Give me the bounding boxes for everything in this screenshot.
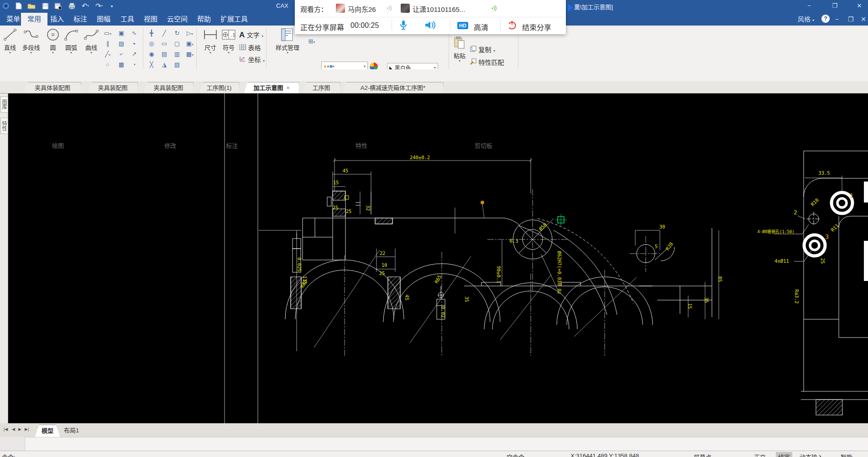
centerline-icon[interactable]: ╱▾ <box>102 49 113 59</box>
region-icon[interactable]: ▣ <box>116 28 127 38</box>
tab-insert[interactable]: 插入 <box>44 13 70 26</box>
paste-modify-icon[interactable]: ▢ <box>172 39 183 48</box>
dim-annotation: R65 <box>434 274 443 284</box>
minimize-button[interactable]: − <box>801 0 817 12</box>
toggle-smart[interactable]: 智能 <box>841 452 852 457</box>
parallel-line-icon[interactable]: ∥ <box>102 39 113 48</box>
sketch-icon[interactable]: ∿ <box>129 28 140 38</box>
cad-canvas[interactable]: 240±0.245152525320.02511522102545R85R653… <box>0 93 868 423</box>
circle-tool-button[interactable]: 圆▾ <box>45 27 61 54</box>
hd-badge[interactable]: HD <box>457 22 468 29</box>
end-share-power-icon[interactable] <box>507 21 517 31</box>
coordinate-tool-button[interactable]: 坐标 ▾ <box>239 55 265 64</box>
nav-prev-icon[interactable]: ◀ <box>12 427 15 431</box>
arrow-icon[interactable]: ↗ <box>129 49 140 59</box>
rectangle-icon[interactable]: ▭▾ <box>102 28 113 38</box>
copy-icon[interactable]: ◎ <box>146 39 157 48</box>
overlay-expand-icon[interactable] <box>568 4 573 12</box>
line-icon <box>0 27 20 42</box>
sidebar-tab-properties[interactable]: 特性 <box>0 118 8 134</box>
tab-cloud[interactable]: 云空间 <box>161 13 194 26</box>
formula-curve-icon[interactable]: ⌐ <box>116 49 127 59</box>
trim-icon[interactable]: ╱ <box>159 28 170 38</box>
polyline-tool-button[interactable]: 多段线▾ <box>18 27 44 54</box>
ellipse-icon[interactable]: ○ <box>102 60 113 69</box>
stretch-icon[interactable]: ▭ <box>159 39 170 48</box>
sidebar-tab-library[interactable]: 图库 <box>0 96 8 113</box>
save-file-icon[interactable] <box>40 1 50 10</box>
array-icon[interactable]: ▤ <box>159 49 170 59</box>
save-as-icon[interactable] <box>53 1 63 10</box>
quick-access-customize-icon[interactable]: ▾ <box>107 1 117 10</box>
text-tool-button[interactable]: A 文字 ▾ <box>239 30 263 40</box>
table-tool-button[interactable]: 表格 <box>239 43 261 52</box>
match-properties-button[interactable]: 特性匹配 <box>470 57 504 67</box>
paste-button[interactable]: 粘贴▾ <box>450 36 469 62</box>
arc-tool-button[interactable]: 圆弧▾ <box>61 27 81 54</box>
gear-icon[interactable]: ▦ <box>116 60 127 69</box>
microphone-icon[interactable] <box>399 20 408 32</box>
doc-tab-2[interactable]: 夹具装配图 <box>88 82 138 93</box>
doc-tab-active[interactable]: 加工示意图× <box>244 82 299 93</box>
end-share-button[interactable]: 结束分享 <box>522 21 551 32</box>
new-file-icon[interactable] <box>14 1 24 10</box>
doc-close-button[interactable]: ✕ <box>861 13 866 26</box>
help-icon[interactable]: ? <box>821 15 830 23</box>
tab-annotate[interactable]: 标注 <box>67 13 94 26</box>
dimension-tool-button[interactable]: 尺寸▾ <box>202 27 219 54</box>
tab-sheet[interactable]: 图幅 <box>90 13 117 26</box>
detail-view-icon[interactable]: ◔ <box>129 60 140 69</box>
break-icon[interactable]: ╳ <box>146 60 157 69</box>
speaker-icon[interactable] <box>424 21 435 31</box>
toggle-lineweight[interactable]: 线宽 <box>776 452 792 457</box>
command-prompt[interactable]: 命令: <box>2 452 16 457</box>
tab-close-icon[interactable]: × <box>287 85 290 91</box>
line-tool-button[interactable]: 直线▾ <box>0 27 20 54</box>
style-dropdown[interactable]: 风格 ▾ <box>798 13 814 26</box>
doc-tab-1[interactable]: 夹具体装配图 <box>24 82 81 93</box>
rotate-icon[interactable]: ↻ <box>172 28 183 38</box>
copy-button[interactable]: 复制 ▾ <box>470 45 495 54</box>
doc-restore-button[interactable]: ❐ <box>848 13 854 26</box>
tab-tools[interactable]: 工具 <box>114 13 141 26</box>
symbol-tool-button[interactable]: .1 符号▾ <box>220 27 237 54</box>
layer-tool-icon[interactable]: ⊞▾ <box>305 36 319 46</box>
open-file-icon[interactable] <box>26 1 37 10</box>
toggle-dynamic-input[interactable]: 动态输入 <box>800 452 823 457</box>
tab-view[interactable]: 视图 <box>137 13 164 26</box>
doc-tab-6[interactable]: 工序图 <box>302 82 340 93</box>
scale-icon[interactable]: ▣▾ <box>184 39 195 48</box>
tab-ext-tools[interactable]: 扩展工具 <box>214 13 254 26</box>
nav-last-icon[interactable]: ▶| <box>25 427 29 431</box>
offset-icon[interactable]: ◉ <box>146 49 157 59</box>
overlay-icon[interactable]: ▥ <box>172 49 183 59</box>
redo-icon[interactable]: ↷▾ <box>94 1 104 10</box>
doc-tab-7[interactable]: A2-横减速壳箱体工序图* <box>342 82 444 93</box>
point-icon[interactable]: ▪ <box>129 39 140 48</box>
undo-icon[interactable]: ↶▾ <box>80 1 90 10</box>
tab-help[interactable]: 帮助 <box>191 13 217 26</box>
spline-tool-button[interactable]: 曲线▾ <box>81 27 101 54</box>
move-icon[interactable]: ╋ <box>146 28 157 38</box>
model-tab[interactable]: 模型 <box>35 425 60 437</box>
nav-next-icon[interactable]: ▶ <box>18 427 21 431</box>
chamfer-icon[interactable]: ▩▾ <box>184 49 195 59</box>
doc-tab-3[interactable]: 夹具装配图 <box>143 82 193 93</box>
command-history-panel[interactable] <box>0 437 868 451</box>
status-pick-mode[interactable]: 屏幕点 <box>694 452 711 457</box>
dim-annotation: R10 <box>810 197 820 207</box>
toggle-ortho[interactable]: 正交 <box>754 452 766 457</box>
close-button[interactable]: ✕ <box>852 0 867 12</box>
erase-icon[interactable]: ▷▾ <box>184 28 195 38</box>
nav-first-icon[interactable]: |◀ <box>4 427 8 431</box>
hd-label[interactable]: 高清 <box>474 21 488 32</box>
mirror-icon[interactable]: ◮ <box>159 60 170 69</box>
restore-button[interactable]: ❐ <box>827 0 842 12</box>
doc-minimize-button[interactable]: − <box>835 13 839 26</box>
layout1-tab[interactable]: 布局1 <box>58 425 85 436</box>
print-icon[interactable] <box>67 1 77 10</box>
hatch-icon[interactable]: ▨ <box>116 39 127 48</box>
doc-tab-4[interactable]: 工序图(1) <box>199 82 239 93</box>
explode-icon[interactable]: ▧ <box>172 60 183 69</box>
snap-marker <box>555 214 567 226</box>
